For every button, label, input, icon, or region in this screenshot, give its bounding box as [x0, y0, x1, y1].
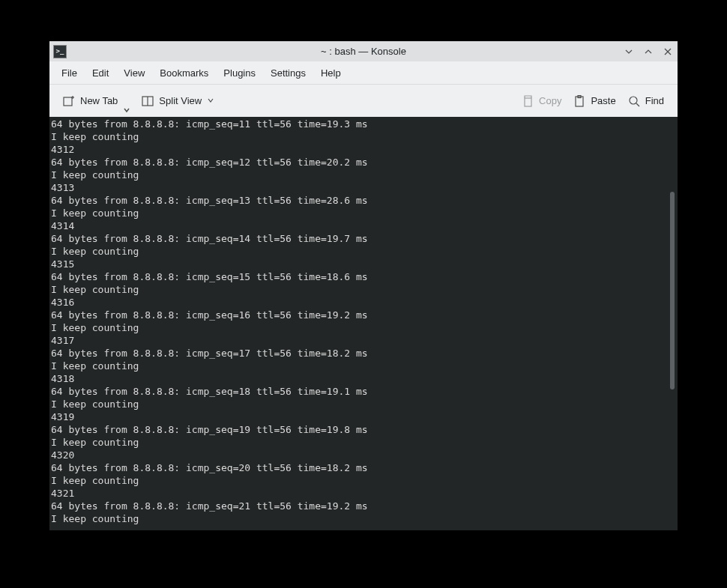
app-icon: >_ [53, 45, 67, 58]
maximize-button[interactable] [639, 41, 658, 61]
terminal-line: I keep counting [51, 360, 676, 372]
terminal-line: 4313 [51, 181, 676, 194]
tab-overflow-button[interactable] [124, 104, 131, 117]
terminal-line: I keep counting [51, 130, 676, 143]
terminal-line: I keep counting [51, 207, 676, 219]
titlebar: >_ ~ : bash — Konsole [49, 41, 678, 61]
terminal-line: 4314 [51, 219, 676, 232]
split-view-dropdown[interactable] [207, 95, 214, 106]
terminal-line: 64 bytes from 8.8.8.8: icmp_seq=16 ttl=5… [51, 309, 676, 321]
toolbar: New Tab Split View Copy Paste [49, 84, 678, 117]
terminal-line: I keep counting [51, 169, 676, 181]
new-tab-button[interactable]: New Tab [57, 92, 124, 110]
terminal-line: 4321 [51, 487, 676, 500]
terminal-line: 64 bytes from 8.8.8.8: icmp_seq=19 ttl=5… [51, 423, 676, 436]
terminal-line: 64 bytes from 8.8.8.8: icmp_seq=17 ttl=5… [51, 347, 676, 360]
new-tab-label: New Tab [80, 95, 118, 106]
chevron-down-icon [124, 107, 130, 113]
terminal-line: I keep counting [51, 321, 676, 334]
window-title: ~ : bash — Konsole [49, 46, 678, 57]
konsole-window: >_ ~ : bash — Konsole File Edit View Boo… [49, 41, 678, 530]
terminal-line: I keep counting [51, 512, 676, 525]
svg-line-11 [636, 103, 639, 106]
paste-label: Paste [591, 95, 615, 106]
close-icon [663, 46, 673, 57]
menu-edit[interactable]: Edit [85, 64, 116, 82]
terminal-line: I keep counting [51, 245, 676, 258]
terminal-line: 4319 [51, 410, 676, 423]
svg-rect-7 [525, 98, 531, 106]
terminal-line: 64 bytes from 8.8.8.8: icmp_seq=12 ttl=5… [51, 156, 676, 169]
chevron-down-icon [207, 97, 214, 104]
find-label: Find [645, 95, 664, 106]
terminal-line: 4315 [51, 258, 676, 270]
terminal-line: 64 bytes from 8.8.8.8: icmp_seq=20 ttl=5… [51, 461, 676, 474]
menu-view[interactable]: View [116, 64, 152, 82]
minimize-button[interactable] [619, 41, 639, 61]
window-controls [619, 41, 678, 61]
terminal-line: I keep counting [51, 474, 676, 487]
find-button[interactable]: Find [622, 92, 670, 110]
split-view-label: Split View [159, 95, 202, 106]
terminal-line: 64 bytes from 8.8.8.8: icmp_seq=18 ttl=5… [51, 385, 676, 398]
chevron-down-icon [624, 46, 634, 57]
terminal-line: I keep counting [51, 283, 676, 296]
split-view-button[interactable]: Split View [136, 92, 220, 110]
close-button[interactable] [658, 41, 678, 61]
terminal-line: 64 bytes from 8.8.8.8: icmp_seq=15 ttl=5… [51, 270, 676, 283]
terminal-line: 4318 [51, 372, 676, 385]
search-icon [628, 95, 640, 107]
terminal-line: 64 bytes from 8.8.8.8: icmp_seq=11 ttl=5… [51, 118, 676, 130]
menubar: File Edit View Bookmarks Plugins Setting… [49, 61, 678, 84]
terminal-line: I keep counting [51, 436, 676, 449]
menu-help[interactable]: Help [313, 64, 349, 82]
copy-icon [522, 95, 534, 107]
svg-point-10 [630, 97, 637, 104]
chevron-up-icon [643, 46, 654, 57]
new-tab-icon [63, 95, 75, 107]
scrollbar-thumb[interactable] [670, 192, 675, 390]
terminal-viewport[interactable]: 64 bytes from 8.8.8.8: icmp_seq=11 ttl=5… [49, 117, 678, 530]
svg-rect-2 [64, 97, 72, 106]
menu-bookmarks[interactable]: Bookmarks [152, 64, 216, 82]
terminal-line: 4317 [51, 334, 676, 347]
terminal-line: 64 bytes from 8.8.8.8: icmp_seq=14 ttl=5… [51, 232, 676, 245]
terminal-output: 64 bytes from 8.8.8.8: icmp_seq=11 ttl=5… [49, 117, 678, 526]
copy-label: Copy [539, 95, 561, 106]
terminal-line: I keep counting [51, 398, 676, 410]
terminal-line: 4320 [51, 449, 676, 461]
menu-settings[interactable]: Settings [263, 64, 313, 82]
menu-file[interactable]: File [54, 64, 85, 82]
paste-icon [573, 95, 585, 107]
terminal-line: 4312 [51, 143, 676, 156]
terminal-line: 64 bytes from 8.8.8.8: icmp_seq=13 ttl=5… [51, 194, 676, 207]
terminal-line: 64 bytes from 8.8.8.8: icmp_seq=21 ttl=5… [51, 500, 676, 512]
copy-button[interactable]: Copy [516, 92, 567, 110]
terminal-line: 4316 [51, 296, 676, 309]
menu-plugins[interactable]: Plugins [216, 64, 263, 82]
paste-button[interactable]: Paste [567, 92, 621, 110]
split-view-icon [142, 95, 154, 107]
